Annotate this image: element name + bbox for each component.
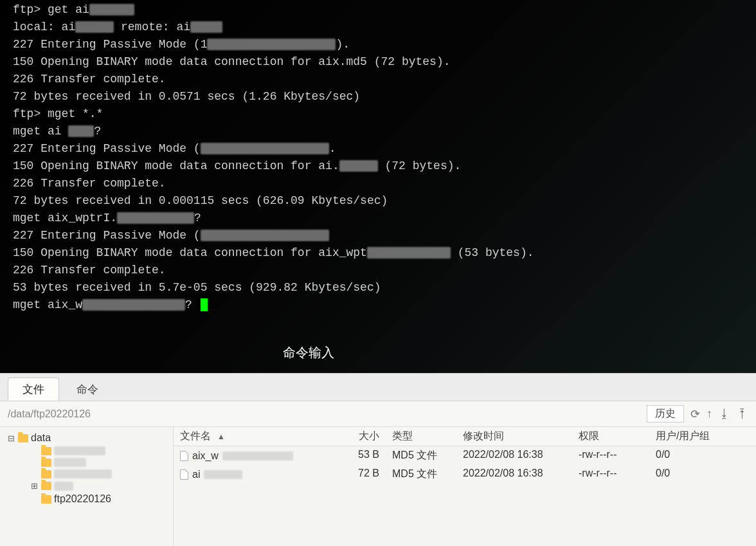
- panel-tabs: 文件 命令: [0, 374, 756, 401]
- terminal-line: 226 Transfer complete.: [13, 262, 743, 279]
- redacted-text: [54, 446, 105, 455]
- file-manager-panel: 文件 命令 /data/ftp20220126 历史 ⟳ ↑ ⭳ ⭱ ⊟data…: [0, 373, 756, 546]
- redacted-text: [54, 458, 86, 467]
- folder-icon: [41, 495, 51, 504]
- terminal-line: 72 bytes received in 0.0571 secs (1.26 K…: [13, 88, 743, 105]
- file-icon: [180, 451, 188, 461]
- tab-command[interactable]: 命令: [62, 378, 113, 401]
- col-header-name[interactable]: 文件名▲: [174, 427, 321, 446]
- terminal-line: 150 Opening BINARY mode data connection …: [13, 158, 743, 175]
- file-type: MD5 文件: [386, 465, 456, 484]
- file-owner: 0/0: [649, 465, 714, 484]
- collapse-icon[interactable]: ⊟: [6, 433, 15, 443]
- expand-icon[interactable]: ⊞: [30, 481, 39, 491]
- redacted-text: [68, 125, 94, 137]
- file-date: 2022/02/08 16:38: [456, 446, 572, 465]
- terminal-line: 226 Transfer complete.: [13, 175, 743, 192]
- tree-item[interactable]: ⊞: [3, 480, 170, 492]
- file-size: 53 B: [321, 446, 386, 465]
- folder-tree[interactable]: ⊟data⊞ftp20220126: [0, 427, 174, 546]
- col-header-perm[interactable]: 权限: [572, 427, 649, 446]
- redacted-text: [54, 469, 112, 478]
- terminal-line: 53 bytes received in 5.7e-05 secs (929.8…: [13, 279, 743, 296]
- file-icon: [180, 469, 188, 480]
- col-header-size[interactable]: 大小: [321, 427, 386, 446]
- redacted-text: [190, 21, 222, 33]
- redacted-text: [201, 143, 329, 154]
- file-name: aix_w: [192, 450, 219, 462]
- command-input-label: 命令输入: [283, 344, 334, 361]
- file-name: ai: [192, 469, 200, 480]
- folder-icon: [41, 447, 51, 455]
- redacted-text: [207, 39, 336, 50]
- redacted-text: [204, 470, 242, 479]
- file-type: MD5 文件: [386, 446, 456, 465]
- tab-file[interactable]: 文件: [8, 378, 59, 401]
- tree-item[interactable]: [3, 468, 170, 480]
- col-header-date[interactable]: 修改时间: [456, 427, 572, 446]
- path-bar: /data/ftp20220126 历史 ⟳ ↑ ⭳ ⭱: [0, 401, 756, 427]
- history-button[interactable]: 历史: [647, 405, 684, 423]
- terminal-line: ftp> mget *.*: [13, 105, 743, 123]
- tree-label: data: [31, 432, 51, 444]
- folder-icon: [18, 434, 28, 442]
- download-icon[interactable]: ⭳: [719, 407, 730, 421]
- list-item[interactable]: ai72 BMD5 文件2022/02/08 16:38-rw-r--r--0/…: [174, 465, 756, 484]
- folder-icon: [41, 459, 51, 467]
- up-icon[interactable]: ↑: [706, 407, 712, 421]
- terminal-line: 150 Opening BINARY mode data connection …: [13, 244, 743, 262]
- list-header[interactable]: 文件名▲ 大小 类型 修改时间 权限 用户/用户组: [174, 427, 756, 446]
- tree-item[interactable]: [3, 445, 170, 457]
- refresh-icon[interactable]: ⟳: [690, 407, 700, 421]
- redacted-text: [82, 299, 185, 311]
- terminal-line: 72 bytes received in 0.000115 secs (626.…: [13, 192, 743, 210]
- terminal-line: mget aix_wptrI.?: [13, 210, 743, 227]
- file-size: 72 B: [321, 465, 386, 484]
- redacted-text: [75, 21, 114, 33]
- terminal-line: mget aix_w?: [13, 296, 743, 314]
- terminal-line: 227 Entering Passive Mode (.: [13, 140, 743, 158]
- file-perm: -rw-r--r--: [572, 446, 649, 465]
- redacted-text: [339, 160, 378, 172]
- folder-icon: [41, 482, 51, 490]
- path-toolbar: ⟳ ↑ ⭳ ⭱: [690, 407, 748, 421]
- redacted-text: [117, 212, 194, 224]
- terminal-output[interactable]: ftp> get ailocal: ai remote: ai227 Enter…: [0, 0, 756, 373]
- upload-icon[interactable]: ⭱: [737, 407, 748, 421]
- sort-asc-icon: ▲: [217, 432, 225, 441]
- terminal-line: ftp> get ai: [13, 1, 743, 19]
- redacted-text: [367, 247, 451, 259]
- redacted-text: [201, 230, 329, 241]
- redacted-text: [222, 451, 293, 460]
- redacted-text: [54, 482, 73, 491]
- terminal-line: 226 Transfer complete.: [13, 71, 743, 88]
- file-list: 文件名▲ 大小 类型 修改时间 权限 用户/用户组 aix_w53 BMD5 文…: [174, 427, 756, 546]
- tree-item[interactable]: [3, 457, 170, 468]
- terminal-cursor: [201, 298, 208, 311]
- terminal-line: local: ai remote: ai: [13, 19, 743, 36]
- folder-icon: [41, 470, 51, 478]
- col-header-type[interactable]: 类型: [386, 427, 456, 446]
- file-owner: 0/0: [649, 446, 714, 465]
- terminal-line: 227 Entering Passive Mode (1).: [13, 36, 743, 53]
- col-header-owner[interactable]: 用户/用户组: [649, 427, 714, 446]
- current-path[interactable]: /data/ftp20220126: [8, 408, 647, 420]
- terminal-line: mget ai ?: [13, 123, 743, 140]
- tree-root[interactable]: ⊟data: [3, 431, 170, 445]
- list-item[interactable]: aix_w53 BMD5 文件2022/02/08 16:38-rw-r--r-…: [174, 446, 756, 465]
- tree-label: ftp20220126: [54, 493, 111, 505]
- terminal-line: 227 Entering Passive Mode (: [13, 227, 743, 244]
- file-perm: -rw-r--r--: [572, 465, 649, 484]
- tree-item[interactable]: ftp20220126: [3, 492, 170, 506]
- file-date: 2022/02/08 16:38: [456, 465, 572, 484]
- terminal-line: 150 Opening BINARY mode data connection …: [13, 53, 743, 71]
- redacted-text: [89, 4, 134, 15]
